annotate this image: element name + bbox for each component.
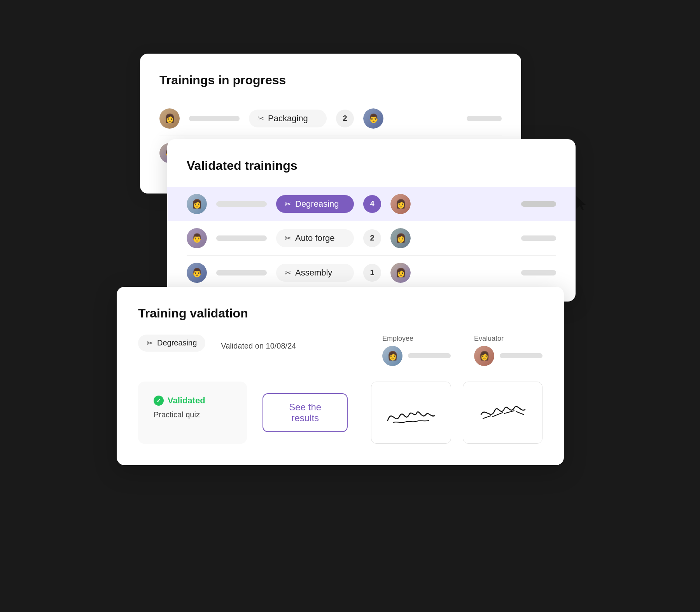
table-row[interactable]: 👩 ✂ Degreasing 4 👩	[167, 187, 576, 221]
skill-label: Auto forge	[295, 233, 335, 243]
avatar: 👨	[187, 263, 207, 283]
count-badge: 1	[363, 264, 381, 282]
name-bar	[189, 116, 240, 121]
employee-row: 👩	[382, 346, 451, 366]
check-icon: ✓	[154, 396, 164, 406]
employee-signature-box	[371, 382, 451, 444]
avatar: 👩	[187, 194, 207, 214]
skill-badge-autoforge: ✂ Auto forge	[276, 229, 354, 247]
skill-badge-assembly: ✂ Assembly	[276, 264, 354, 282]
see-results-button[interactable]: See the results	[262, 393, 348, 432]
validated-on-text: Validated on 10/08/24	[221, 342, 296, 350]
evaluator-section: Evaluator 👩	[474, 335, 542, 366]
avatar: 👩	[159, 108, 180, 129]
action-bar	[521, 235, 556, 241]
table-row: 👨 ✂ Auto forge 2 👩	[187, 221, 556, 256]
skill-badge-degreasing-highlighted: ✂ Degreasing	[276, 195, 354, 213]
tools-icon: ✂	[285, 199, 291, 209]
avatar: 👩	[390, 194, 411, 214]
evaluator-avatar: 👩	[474, 346, 494, 366]
quiz-label: Practical quiz	[154, 410, 231, 419]
count-badge-highlighted: 4	[363, 195, 381, 213]
table-row: 👩 ✂ Packaging 2 👨	[159, 101, 502, 136]
validated-trainings-title: Validated trainings	[187, 159, 556, 173]
avatar: 👩	[390, 228, 411, 248]
employee-avatar: 👩	[382, 346, 402, 366]
tools-icon: ✂	[257, 114, 264, 123]
avatar: 👨	[363, 108, 383, 129]
skill-badge-packaging: ✂ Packaging	[249, 110, 327, 127]
employee-name-bar	[408, 353, 451, 358]
skill-label: Packaging	[268, 113, 308, 124]
name-bar	[216, 201, 267, 207]
quiz-section: ✓ Validated Practical quiz	[138, 382, 247, 444]
name-bar	[216, 270, 267, 275]
cursor-icon	[576, 196, 587, 210]
table-row: 👨 ✂ Assembly 1 👩	[187, 256, 556, 290]
tools-icon: ✂	[147, 338, 153, 348]
badge-label: Degreasing	[157, 338, 197, 347]
evaluator-signature-box	[463, 382, 542, 444]
tools-icon: ✂	[285, 268, 291, 277]
validated-text: Validated	[168, 396, 205, 406]
count-badge: 2	[363, 229, 381, 247]
see-results-container: See the results	[259, 382, 348, 444]
evaluator-signature	[471, 393, 534, 432]
avatar: 👨	[187, 228, 207, 248]
evaluator-name-bar	[500, 353, 542, 358]
action-bar	[467, 116, 502, 121]
trainings-in-progress-title: Trainings in progress	[159, 73, 502, 87]
validated-status: ✓ Validated	[154, 396, 231, 406]
avatar: 👩	[390, 263, 411, 283]
evaluator-label: Evaluator	[474, 335, 542, 343]
action-bar	[521, 270, 556, 275]
training-validation-card: Training validation ✂ Degreasing Validat…	[117, 287, 564, 465]
name-bar	[216, 235, 267, 241]
evaluator-row: 👩	[474, 346, 542, 366]
tools-icon: ✂	[285, 234, 291, 243]
degreasing-badge: ✂ Degreasing	[138, 335, 205, 352]
employee-label: Employee	[382, 335, 451, 343]
employee-section: Employee 👩	[382, 335, 451, 366]
validated-trainings-card: Validated trainings 👩 ✂ Degreasing 4 👩	[167, 139, 576, 302]
employee-signature	[380, 393, 442, 432]
count-badge: 2	[336, 110, 354, 127]
training-validation-title: Training validation	[138, 306, 542, 321]
skill-label: Assembly	[295, 268, 332, 278]
svg-marker-0	[576, 196, 586, 210]
action-bar	[521, 201, 556, 207]
skill-label: Degreasing	[295, 199, 339, 209]
